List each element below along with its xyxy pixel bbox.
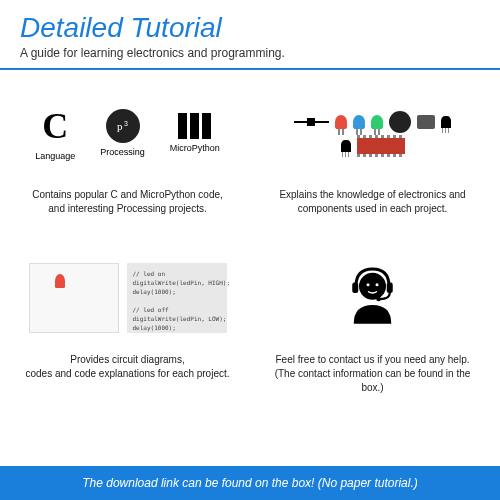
headset-person-icon [335, 260, 410, 335]
processing-label: Processing [100, 147, 145, 157]
caption-support: Feel free to contact us if you need any … [265, 353, 480, 395]
languages-visual: C Language p3 Processing MicroPython [20, 85, 235, 180]
code-sample: // led on digitalWrite(ledPin, HIGH); de… [127, 263, 227, 333]
feature-grid: C Language p3 Processing MicroPython [0, 70, 500, 410]
header: Detailed Tutorial A guide for learning e… [0, 0, 500, 70]
component-icon [417, 115, 435, 129]
micropython-label: MicroPython [170, 143, 220, 153]
svg-point-2 [359, 273, 386, 300]
circuit-visual: // led on digitalWrite(ledPin, HIGH); de… [20, 250, 235, 345]
processing-icon: p3 [106, 109, 140, 143]
svg-text:p: p [117, 120, 123, 132]
buzzer-icon [389, 111, 411, 133]
lang-micropython: MicroPython [170, 113, 220, 153]
svg-text:3: 3 [124, 120, 128, 127]
svg-point-7 [376, 283, 379, 286]
transistor-icon [341, 140, 351, 152]
c-label: Language [35, 151, 75, 161]
svg-rect-4 [387, 283, 393, 294]
page-title: Detailed Tutorial [20, 12, 480, 44]
breadboard-icon [29, 263, 119, 333]
feature-support: Feel free to contact us if you need any … [265, 250, 480, 395]
feature-components: Explains the knowledge of electronics an… [265, 85, 480, 230]
transistor-icon [441, 116, 451, 128]
caption-components: Explains the knowledge of electronics an… [279, 188, 465, 216]
svg-point-5 [376, 297, 381, 302]
led-red-icon [335, 115, 347, 129]
svg-rect-3 [352, 283, 358, 294]
breadboard-led-icon [55, 274, 65, 288]
caption-languages: Contains popular C and MicroPython code,… [32, 188, 223, 216]
chip-icon [357, 138, 405, 154]
led-blue-icon [353, 115, 365, 129]
caption-circuits: Provides circuit diagrams, codes and cod… [25, 353, 229, 381]
svg-point-6 [367, 283, 370, 286]
feature-languages: C Language p3 Processing MicroPython [20, 85, 235, 230]
components-visual [265, 85, 480, 180]
micropython-icon [178, 113, 211, 139]
c-icon: C [42, 105, 68, 147]
footer-notice: The download link can be found on the bo… [0, 466, 500, 500]
support-visual [265, 250, 480, 345]
lang-processing: p3 Processing [100, 109, 145, 157]
lang-c: C Language [35, 105, 75, 161]
page-subtitle: A guide for learning electronics and pro… [20, 46, 480, 60]
diode-icon [294, 121, 329, 123]
feature-circuits: // led on digitalWrite(ledPin, HIGH); de… [20, 250, 235, 395]
led-green-icon [371, 115, 383, 129]
